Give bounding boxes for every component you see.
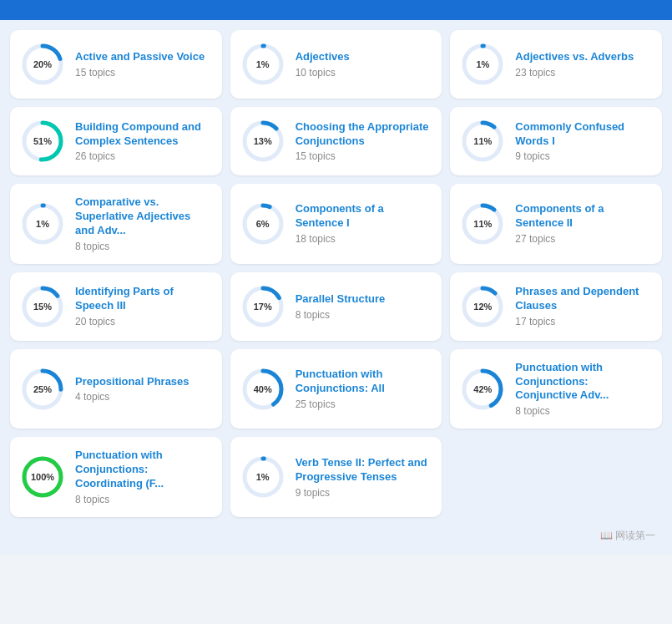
- card-topics: 17 topics: [515, 316, 652, 327]
- card-topics: 20 topics: [75, 316, 212, 327]
- progress-circle: 40%: [240, 367, 285, 412]
- progress-label: 1%: [256, 472, 270, 482]
- card-title: Comparative vs. Superlative Adjectives a…: [75, 195, 212, 238]
- card-item[interactable]: 100% Punctuation with Conjunctions: Coor…: [10, 437, 222, 517]
- watermark: 📖 网读第一: [10, 525, 662, 545]
- card-item[interactable]: 40% Punctuation with Conjunctions: All 2…: [230, 349, 442, 429]
- progress-label: 6%: [256, 219, 270, 229]
- card-title: Parallel Structure: [296, 292, 432, 307]
- progress-label: 1%: [256, 59, 270, 69]
- progress-label: 1%: [476, 59, 489, 69]
- card-info: Building Compound and Complex Sentences …: [75, 120, 212, 163]
- card-topics: 9 topics: [515, 150, 652, 162]
- card-info: Punctuation with Conjunctions: All 25 to…: [296, 368, 432, 410]
- progress-label: 11%: [473, 219, 492, 229]
- card-info: Choosing the Appropriate Conjunctions 15…: [296, 120, 432, 163]
- card-title: Components of a Sentence II: [515, 202, 652, 231]
- card-title: Punctuation with Conjunctions: All: [296, 368, 432, 396]
- progress-label: 25%: [33, 384, 52, 394]
- card-item[interactable]: 1% Comparative vs. Superlative Adjective…: [10, 184, 222, 264]
- progress-circle: 51%: [20, 119, 65, 164]
- progress-label: 17%: [254, 302, 272, 312]
- card-item[interactable]: 11% Commonly Confused Words I 9 topics: [450, 107, 662, 175]
- card-item[interactable]: 1% Adjectives vs. Adverbs 23 topics: [450, 30, 662, 99]
- progress-label: 51%: [33, 136, 52, 146]
- card-topics: 8 topics: [296, 309, 432, 321]
- card-info: Adjectives 10 topics: [296, 50, 432, 79]
- progress-label: 11%: [473, 136, 492, 146]
- progress-circle: 1%: [240, 454, 285, 500]
- card-item[interactable]: 6% Components of a Sentence I 18 topics: [230, 184, 442, 264]
- card-title: Verb Tense II: Perfect and Progressive T…: [296, 456, 432, 484]
- card-topics: 4 topics: [75, 391, 212, 403]
- card-info: Components of a Sentence II 27 topics: [515, 202, 652, 245]
- card-topics: 8 topics: [75, 494, 212, 505]
- card-info: Punctuation with Conjunctions: Coordinat…: [75, 449, 212, 505]
- progress-label: 100%: [31, 472, 54, 482]
- card-topics: 8 topics: [75, 241, 212, 252]
- card-topics: 15 topics: [75, 67, 212, 79]
- progress-label: 20%: [33, 59, 52, 69]
- progress-circle: 13%: [240, 119, 285, 164]
- progress-label: 1%: [36, 219, 49, 229]
- card-item[interactable]: 20% Active and Passive Voice 15 topics: [10, 30, 222, 99]
- card-topics: 26 topics: [75, 150, 212, 162]
- progress-circle: 6%: [240, 201, 285, 246]
- card-title: Adjectives vs. Adverbs: [515, 50, 652, 64]
- progress-circle: 25%: [20, 367, 65, 412]
- card-topics: 8 topics: [515, 405, 652, 417]
- card-item[interactable]: 13% Choosing the Appropriate Conjunction…: [230, 107, 442, 175]
- progress-label: 42%: [473, 384, 492, 394]
- card-info: Parallel Structure 8 topics: [296, 292, 432, 321]
- card-title: Punctuation with Conjunctions: Conjuncti…: [515, 361, 652, 403]
- card-title: Choosing the Appropriate Conjunctions: [296, 120, 432, 149]
- card-item[interactable]: 42% Punctuation with Conjunctions: Conju…: [450, 349, 662, 429]
- card-title: Commonly Confused Words I: [515, 120, 652, 149]
- progress-circle: 11%: [460, 201, 505, 246]
- card-info: Punctuation with Conjunctions: Conjuncti…: [515, 361, 652, 418]
- card-title: Phrases and Dependent Clauses: [515, 285, 652, 313]
- card-topics: 9 topics: [296, 487, 432, 499]
- card-info: Active and Passive Voice 15 topics: [75, 50, 212, 79]
- card-item[interactable]: 17% Parallel Structure 8 topics: [230, 272, 442, 341]
- card-item[interactable]: 25% Prepositional Phrases 4 topics: [10, 349, 222, 429]
- header: [0, 0, 672, 20]
- progress-label: 13%: [254, 136, 272, 146]
- progress-circle: 1%: [20, 201, 65, 246]
- progress-circle: 12%: [460, 284, 505, 329]
- card-title: Building Compound and Complex Sentences: [75, 120, 212, 149]
- card-title: Adjectives: [296, 50, 432, 64]
- card-info: Commonly Confused Words I 9 topics: [515, 120, 652, 163]
- progress-circle: 100%: [20, 454, 65, 500]
- progress-label: 12%: [473, 302, 492, 312]
- card-title: Identifying Parts of Speech III: [75, 285, 212, 313]
- card-title: Active and Passive Voice: [75, 50, 212, 64]
- card-info: Components of a Sentence I 18 topics: [296, 202, 432, 245]
- card-topics: 15 topics: [296, 150, 432, 162]
- card-item[interactable]: 15% Identifying Parts of Speech III 20 t…: [10, 272, 222, 341]
- progress-circle: 11%: [460, 119, 505, 164]
- card-topics: 23 topics: [515, 67, 652, 79]
- progress-circle: 17%: [240, 284, 285, 329]
- card-topics: 18 topics: [296, 233, 432, 245]
- card-info: Prepositional Phrases 4 topics: [75, 375, 212, 403]
- progress-circle: 20%: [20, 42, 65, 87]
- progress-label: 15%: [33, 302, 52, 312]
- card-item[interactable]: 12% Phrases and Dependent Clauses 17 top…: [450, 272, 662, 341]
- card-title: Punctuation with Conjunctions: Coordinat…: [75, 449, 212, 491]
- progress-circle: 42%: [460, 367, 505, 412]
- progress-circle: 1%: [460, 42, 505, 87]
- card-info: Identifying Parts of Speech III 20 topic…: [75, 285, 212, 327]
- card-topics: 25 topics: [296, 398, 432, 410]
- progress-circle: 15%: [20, 284, 65, 329]
- card-topics: 10 topics: [296, 67, 432, 79]
- card-item[interactable]: 1% Adjectives 10 topics: [230, 30, 442, 99]
- card-topics: 27 topics: [515, 233, 652, 245]
- card-item[interactable]: 1% Verb Tense II: Perfect and Progressiv…: [230, 437, 442, 517]
- card-info: Phrases and Dependent Clauses 17 topics: [515, 285, 652, 327]
- card-item[interactable]: 11% Components of a Sentence II 27 topic…: [450, 184, 662, 264]
- card-info: Adjectives vs. Adverbs 23 topics: [515, 50, 652, 79]
- card-title: Components of a Sentence I: [296, 202, 432, 231]
- cards-grid: 20% Active and Passive Voice 15 topics 1…: [0, 20, 672, 555]
- card-item[interactable]: 51% Building Compound and Complex Senten…: [10, 107, 222, 175]
